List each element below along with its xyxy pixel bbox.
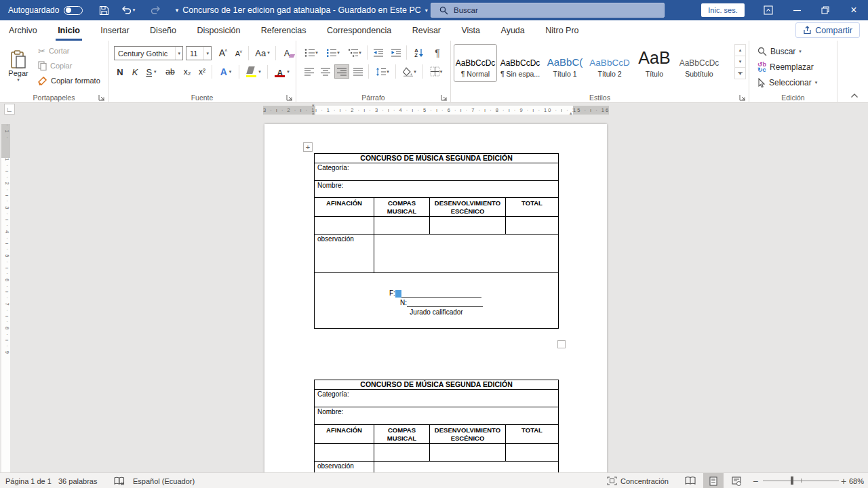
bold-button[interactable]: N — [114, 65, 126, 79]
select-button[interactable]: Seleccionar ▾ — [757, 76, 817, 89]
document-page[interactable]: + CONCURSO DE MÚSICA SEGUNDA EDICIÓN Cat… — [264, 124, 607, 472]
observacion-value-cell[interactable] — [374, 234, 559, 272]
tab-revisar[interactable]: Revisar — [403, 20, 450, 41]
format-painter-button[interactable]: Copiar formato — [38, 75, 100, 87]
nombre-cell[interactable]: Nombre: — [315, 181, 559, 198]
score-cell[interactable] — [430, 443, 506, 461]
web-layout-button[interactable] — [726, 473, 747, 488]
sort-button[interactable]: AZ — [410, 45, 428, 60]
header-total[interactable]: TOTAL — [506, 198, 559, 217]
paste-dropdown-caret[interactable]: ▾ — [17, 77, 20, 83]
line-spacing-button[interactable]: ▾ — [372, 64, 393, 79]
tab-inicio[interactable]: Inicio — [49, 20, 89, 41]
tab-diseno[interactable]: Diseño — [141, 20, 185, 41]
tab-correspondencia[interactable]: Correspondencia — [318, 20, 400, 41]
tab-insertar[interactable]: Insertar — [92, 20, 138, 41]
table-title-cell[interactable]: CONCURSO DE MÚSICA SEGUNDA EDICIÓN — [315, 154, 559, 163]
language-status[interactable]: Español (Ecuador) — [133, 473, 195, 488]
document-area[interactable]: + CONCURSO DE MÚSICA SEGUNDA EDICIÓN Cat… — [0, 119, 868, 472]
text-effects-button[interactable]: A▾ — [216, 65, 236, 79]
zoom-out-button[interactable]: − — [753, 473, 758, 488]
subscript-button[interactable]: x₂ — [180, 65, 194, 79]
header-total[interactable]: TOTAL — [506, 425, 559, 444]
page-count[interactable]: Página 1 de 1 — [5, 473, 52, 488]
ruler-left-margin[interactable]: 3 · ı · 2 · ı · 1 · ı — [263, 106, 315, 115]
underline-button[interactable]: S▾ — [142, 65, 160, 79]
table-move-handle[interactable]: + — [303, 142, 313, 152]
tab-ayuda[interactable]: Ayuda — [492, 20, 534, 41]
score-table-1[interactable]: CONCURSO DE MÚSICA SEGUNDA EDICIÓN Categ… — [314, 153, 559, 329]
ruler-body[interactable]: ı · 1 · ı · 2 · ı · 3 · ı · 4 · ı · 5 · … — [315, 106, 573, 115]
hanging-indent-marker[interactable]: ▴ — [312, 111, 315, 115]
tab-referencias[interactable]: Referencias — [252, 20, 315, 41]
read-mode-button[interactable] — [680, 473, 701, 488]
close-button[interactable]: × — [840, 0, 868, 20]
estilos-dialog-launcher-icon[interactable] — [739, 94, 746, 101]
clear-formatting-button[interactable]: A — [279, 45, 294, 60]
undo-dropdown-caret[interactable]: ▾ — [133, 7, 136, 13]
categoria-cell[interactable]: Categoría: — [315, 163, 559, 181]
change-case-button[interactable]: Aa▾ — [252, 45, 273, 60]
font-family-select[interactable]: Century Gothic ▾ — [114, 46, 183, 60]
collapse-ribbon-button[interactable] — [850, 93, 859, 98]
align-left-button[interactable] — [302, 64, 317, 79]
italic-button[interactable]: K — [129, 65, 141, 79]
align-right-button[interactable] — [334, 64, 349, 79]
increase-indent-button[interactable] — [389, 45, 403, 60]
proofing-status-button[interactable] — [114, 473, 125, 488]
style-titulo[interactable]: AaB Título — [633, 44, 676, 82]
zoom-slider-thumb[interactable] — [791, 476, 793, 485]
tab-nitro-pro[interactable]: Nitro Pro — [536, 20, 587, 41]
score-cell[interactable] — [315, 216, 374, 234]
nombre-cell[interactable]: Nombre: — [315, 407, 559, 425]
numbering-button[interactable]: ▾ — [323, 45, 342, 60]
header-compas[interactable]: COMPAS MUSICAL — [374, 425, 430, 444]
score-cell[interactable] — [374, 443, 430, 461]
word-count[interactable]: 36 palabras — [58, 473, 98, 488]
ribbon-display-options-button[interactable] — [754, 0, 783, 20]
restore-button[interactable] — [811, 0, 840, 20]
header-afinacion[interactable]: AFINACIÓN — [315, 425, 374, 444]
justify-button[interactable] — [351, 64, 366, 79]
font-color-button[interactable]: A ▾ — [271, 65, 293, 79]
score-cell[interactable] — [430, 216, 506, 234]
print-layout-button[interactable] — [703, 473, 724, 488]
undo-button[interactable]: ▾ — [119, 0, 137, 20]
style-titulo-1[interactable]: AaBbC( Título 1 — [543, 44, 587, 82]
multilevel-list-button[interactable]: ▾ — [345, 45, 364, 60]
categoria-cell[interactable]: Categoría: — [315, 390, 559, 407]
title-dropdown-caret[interactable]: ▾ — [425, 7, 428, 14]
style-subtitulo[interactable]: AaBbCcDc Subtítulo — [677, 44, 721, 82]
find-button[interactable]: Buscar ▾ — [757, 45, 802, 58]
tab-disposicion[interactable]: Disposición — [188, 20, 249, 41]
score-cell[interactable] — [315, 443, 374, 461]
tab-stop-selector[interactable]: ∟ — [4, 104, 15, 115]
signature-cell[interactable]: F: N: Jurado calificador — [315, 272, 559, 328]
header-compas[interactable]: COMPAS MUSICAL — [374, 198, 430, 217]
superscript-button[interactable]: x² — [195, 65, 209, 79]
align-center-button[interactable] — [318, 64, 333, 79]
tab-archivo[interactable]: Archivo — [0, 20, 46, 41]
sign-in-button[interactable]: Inic. ses. — [701, 3, 745, 17]
first-line-indent-marker[interactable]: ▾ — [312, 104, 315, 108]
ruler-right-margin[interactable]: 15 · ı · 16 · ı · 17 — [573, 106, 609, 115]
search-input[interactable]: Buscar — [431, 3, 665, 18]
replace-button[interactable]: ↺b↻c Reemplazar — [757, 60, 814, 74]
table-title-cell[interactable]: CONCURSO DE MÚSICA SEGUNDA EDICIÓN — [315, 380, 559, 390]
style-titulo-2[interactable]: AaBbCcD Título 2 — [588, 44, 631, 82]
portapapeles-dialog-launcher-icon[interactable] — [98, 94, 105, 101]
styles-scroll-down-button[interactable]: ▾ — [734, 56, 746, 68]
grow-font-button[interactable]: A˄ — [216, 45, 231, 60]
shrink-font-button[interactable]: A˅ — [232, 47, 245, 60]
focus-mode-button[interactable]: Concentración — [607, 473, 669, 488]
styles-gallery-more-button[interactable]: ▾ — [734, 67, 746, 79]
highlight-color-button[interactable]: ▾ — [243, 65, 264, 79]
observacion-label-cell[interactable]: observación — [315, 234, 374, 272]
score-table-2[interactable]: CONCURSO DE MÚSICA SEGUNDA EDICIÓN Categ… — [314, 380, 559, 472]
style-normal[interactable]: AaBbCcDc ¶ Normal — [454, 44, 497, 82]
header-desenvolvimiento[interactable]: DESENVOLVIMIENTO ESCÉNICO — [430, 425, 506, 444]
observacion-label-cell[interactable]: observación — [315, 461, 374, 472]
table-resize-handle[interactable] — [557, 340, 566, 348]
shading-button[interactable]: ▾ — [399, 64, 420, 79]
tab-vista[interactable]: Vista — [452, 20, 489, 41]
